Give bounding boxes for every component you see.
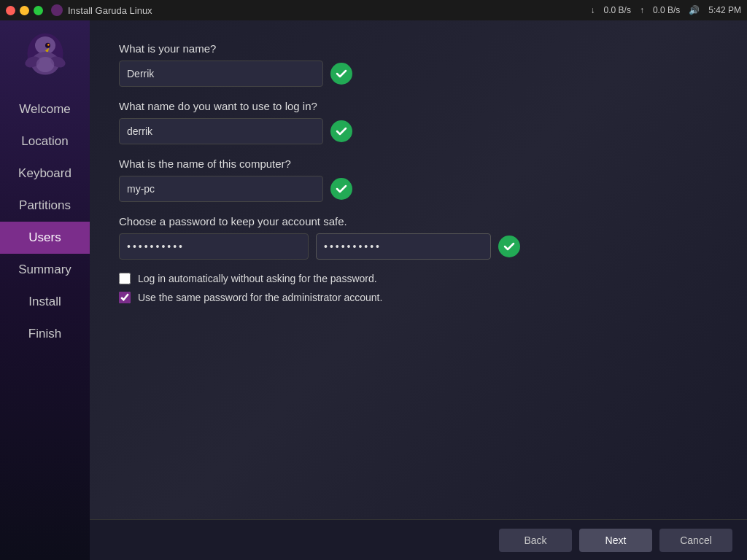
same-password-label[interactable]: Use the same password for the administra… — [138, 292, 382, 303]
computer-group: What is the name of this computer? — [119, 158, 718, 202]
same-password-checkbox[interactable] — [119, 292, 131, 303]
login-input[interactable] — [119, 118, 323, 144]
sidebar-item-install[interactable]: Install — [0, 286, 90, 318]
network-up-speed: 0.0 B/s — [653, 5, 680, 15]
cancel-button[interactable]: Cancel — [659, 529, 732, 552]
next-button[interactable]: Next — [579, 529, 652, 552]
sidebar-item-summary[interactable]: Summary — [0, 254, 90, 286]
sidebar-item-partitions[interactable]: Partitions — [0, 190, 90, 222]
svg-point-9 — [36, 57, 54, 72]
app-icon — [50, 4, 63, 17]
window-controls[interactable] — [6, 6, 43, 15]
sidebar-item-keyboard[interactable]: Keyboard — [0, 158, 90, 190]
sidebar: Welcome Location Keyboard Partitions Use… — [0, 20, 90, 560]
auto-login-row[interactable]: Log in automatically without asking for … — [119, 273, 718, 284]
same-password-row[interactable]: Use the same password for the administra… — [119, 292, 718, 303]
login-label: What name do you want to use to log in? — [119, 100, 718, 112]
window-title: Install Garuda Linux — [68, 5, 591, 16]
sidebar-item-welcome[interactable]: Welcome — [0, 93, 90, 125]
sidebar-nav: Welcome Location Keyboard Partitions Use… — [0, 93, 90, 350]
sidebar-logo — [16, 28, 74, 86]
network-down-icon: ↓ — [591, 5, 595, 15]
minimize-button[interactable] — [20, 6, 29, 15]
name-label: What is your name? — [119, 42, 718, 55]
main-container: Welcome Location Keyboard Partitions Use… — [0, 20, 747, 560]
close-button[interactable] — [6, 6, 15, 15]
maximize-button[interactable] — [34, 6, 43, 15]
computer-input[interactable] — [119, 176, 323, 202]
titlebar-status: ↓ 0.0 B/s ↑ 0.0 B/s 🔊 5:42 PM — [591, 5, 741, 15]
sidebar-item-users[interactable]: Users — [0, 222, 90, 254]
login-group: What name do you want to use to log in? — [119, 100, 718, 144]
volume-icon: 🔊 — [689, 5, 700, 15]
clock: 5:42 PM — [708, 5, 741, 15]
password-input-row — [119, 233, 718, 260]
password-valid-icon — [498, 236, 520, 257]
titlebar: Install Garuda Linux ↓ 0.0 B/s ↑ 0.0 B/s… — [0, 0, 747, 20]
name-input[interactable] — [119, 61, 323, 87]
footer: Back Next Cancel — [90, 519, 747, 560]
auto-login-label[interactable]: Log in automatically without asking for … — [138, 273, 377, 284]
network-down-speed: 0.0 B/s — [604, 5, 631, 15]
login-valid-icon — [330, 120, 352, 142]
svg-point-0 — [51, 4, 63, 16]
sidebar-item-finish[interactable]: Finish — [0, 318, 90, 350]
svg-point-5 — [47, 44, 50, 46]
network-up-icon: ↑ — [640, 5, 644, 15]
name-input-row — [119, 61, 718, 87]
garuda-logo — [20, 31, 71, 82]
password-group: Choose a password to keep your account s… — [119, 215, 718, 260]
computer-label: What is the name of this computer? — [119, 158, 718, 170]
login-input-row — [119, 118, 718, 144]
auto-login-checkbox[interactable] — [119, 273, 131, 284]
password-label: Choose a password to keep your account s… — [119, 215, 718, 228]
content-area: What is your name? What name do you want… — [90, 20, 747, 519]
back-button[interactable]: Back — [499, 529, 572, 552]
name-group: What is your name? — [119, 42, 718, 87]
computer-input-row — [119, 176, 718, 202]
name-valid-icon — [330, 63, 352, 85]
password-confirm-input[interactable] — [316, 233, 491, 260]
password-input[interactable] — [119, 233, 309, 260]
sidebar-item-location[interactable]: Location — [0, 125, 90, 158]
computer-valid-icon — [330, 178, 352, 200]
